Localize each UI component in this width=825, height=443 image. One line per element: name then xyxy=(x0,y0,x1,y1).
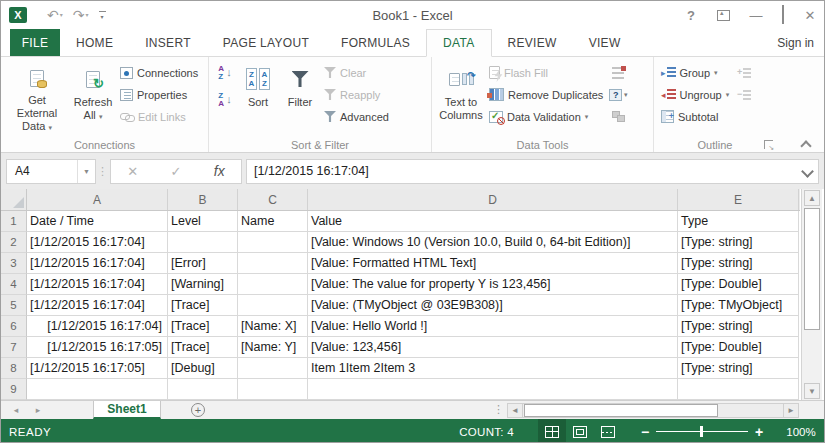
remove-duplicates-button[interactable]: Remove Duplicates xyxy=(486,84,606,105)
sort-descending-button[interactable]: ZA ↓ xyxy=(213,89,237,110)
row-header-1[interactable]: 1 xyxy=(1,211,27,232)
cell-C4[interactable] xyxy=(238,274,308,295)
row-header-8[interactable]: 8 xyxy=(1,358,27,379)
minimize-button[interactable]: — xyxy=(748,8,764,23)
cell-E6[interactable]: [Type: string] xyxy=(678,316,799,337)
show-detail-button[interactable]: + xyxy=(732,62,756,83)
cell-D4[interactable]: [Value: The value for property Y is 123,… xyxy=(308,274,678,295)
subtotal-button[interactable]: Subtotal xyxy=(658,106,732,127)
edit-links-button[interactable]: Edit Links xyxy=(117,106,201,127)
undo-button[interactable]: ↶▾ xyxy=(47,8,63,22)
name-box-dropdown-icon[interactable]: ▼ xyxy=(77,160,95,183)
formula-bar-splitter[interactable]: ⋮ xyxy=(96,165,110,178)
vertical-scrollbar[interactable]: ▲ ▼ xyxy=(801,189,822,400)
cell-D2[interactable]: [Value: Windows 10 (Version 10.0, Build … xyxy=(308,232,678,253)
get-external-data-button[interactable]: Get External Data ▾ xyxy=(5,60,69,136)
zoom-level[interactable]: 100% xyxy=(778,426,824,438)
advanced-filter-button[interactable]: Advanced xyxy=(321,106,392,127)
refresh-all-button[interactable]: ↻ Refresh All ▾ xyxy=(69,60,117,136)
column-header-E[interactable]: E xyxy=(678,189,799,210)
name-box[interactable]: A4 ▼ xyxy=(6,159,96,184)
tab-review[interactable]: REVIEW xyxy=(492,29,573,56)
maximize-button[interactable] xyxy=(782,6,784,24)
cell-D1[interactable]: Value xyxy=(308,211,678,232)
cell-B8[interactable]: [Debug] xyxy=(168,358,238,379)
filter-button[interactable]: Filter xyxy=(279,60,321,136)
column-header-A[interactable]: A xyxy=(27,189,168,210)
cell-D5[interactable]: [Value: (TMyObject @ 03E9B308)] xyxy=(308,295,678,316)
cell-C3[interactable] xyxy=(238,253,308,274)
cell-A4[interactable]: [1/12/2015 16:17:04] xyxy=(27,274,168,295)
page-layout-view-button[interactable] xyxy=(566,419,594,443)
properties-button[interactable]: Properties xyxy=(117,84,201,105)
column-header-B[interactable]: B xyxy=(168,189,238,210)
sheet-tab-sheet1[interactable]: Sheet1 xyxy=(93,401,161,419)
cell-C5[interactable] xyxy=(238,295,308,316)
row-header-3[interactable]: 3 xyxy=(1,253,27,274)
undo-dropdown-icon[interactable]: ▾ xyxy=(60,8,63,22)
text-to-columns-button[interactable]: ↷ Text to Columns xyxy=(436,60,486,136)
tab-formulas[interactable]: FORMULAS xyxy=(325,29,426,56)
sheet-nav-right-icon[interactable]: ▸ xyxy=(23,401,53,419)
tab-strip-splitter[interactable]: ⋮ xyxy=(493,403,504,416)
cell-A3[interactable]: [1/12/2015 16:17:04] xyxy=(27,253,168,274)
collapse-ribbon-button[interactable] xyxy=(802,140,810,148)
tab-file[interactable]: FILE xyxy=(10,29,60,56)
clear-filter-button[interactable]: ✕Clear xyxy=(321,62,392,83)
cell-E2[interactable]: [Type: string] xyxy=(678,232,799,253)
row-header-5[interactable]: 5 xyxy=(1,295,27,316)
outline-dialog-launcher[interactable] xyxy=(764,140,773,149)
hide-detail-button[interactable]: − xyxy=(732,84,756,105)
insert-function-button[interactable]: fx xyxy=(214,163,225,180)
cell-D8[interactable]: Item 1Item 2Item 3 xyxy=(308,358,678,379)
zoom-slider[interactable] xyxy=(656,426,748,437)
help-button[interactable]: ? xyxy=(683,8,699,23)
cell-A5[interactable]: [1/12/2015 16:17:04] xyxy=(27,295,168,316)
cell-B3[interactable]: [Error] xyxy=(168,253,238,274)
cell-A2[interactable]: [1/12/2015 16:17:04] xyxy=(27,232,168,253)
vertical-scrollbar-thumb[interactable] xyxy=(804,208,820,330)
formula-input[interactable]: [1/12/2015 16:17:04] xyxy=(246,159,819,184)
cell-E8[interactable]: [Type: string] xyxy=(678,358,799,379)
what-if-analysis-button[interactable]: ▾ xyxy=(606,84,630,105)
cell-C7[interactable]: [Name: Y] xyxy=(238,337,308,358)
cell-A8[interactable]: [1/12/2015 16:17:05] xyxy=(27,358,168,379)
zoom-slider-handle[interactable] xyxy=(700,426,703,437)
cell-C1[interactable]: Name xyxy=(238,211,308,232)
cell-B6[interactable]: [Trace] xyxy=(168,316,238,337)
redo-dropdown-icon[interactable]: ▾ xyxy=(85,8,88,22)
cell-B9[interactable] xyxy=(168,379,238,400)
cell-B7[interactable]: [Trace] xyxy=(168,337,238,358)
cell-D9[interactable] xyxy=(308,379,678,400)
data-validation-button[interactable]: ✓Data Validation▾ xyxy=(486,106,606,127)
cell-E5[interactable]: [Type: TMyObject] xyxy=(678,295,799,316)
row-header-9[interactable]: 9 xyxy=(1,379,27,400)
row-header-7[interactable]: 7 xyxy=(1,337,27,358)
cell-A7[interactable]: [1/12/2015 16:17:05] xyxy=(27,337,168,358)
cell-E7[interactable]: [Type: Double] xyxy=(678,337,799,358)
tab-page-layout[interactable]: PAGE LAYOUT xyxy=(207,29,325,56)
expand-formula-bar-icon[interactable] xyxy=(803,167,812,176)
cell-E9[interactable] xyxy=(678,379,799,400)
tab-insert[interactable]: INSERT xyxy=(129,29,207,56)
horizontal-scrollbar-thumb[interactable] xyxy=(524,404,718,417)
cell-B1[interactable]: Level xyxy=(168,211,238,232)
flash-fill-button[interactable]: Flash Fill xyxy=(486,62,606,83)
cell-A6[interactable]: [1/12/2015 16:17:04] xyxy=(27,316,168,337)
ribbon-display-options-button[interactable] xyxy=(717,10,730,21)
cell-E4[interactable]: [Type: Double] xyxy=(678,274,799,295)
ungroup-button[interactable]: ◂Ungroup▾ xyxy=(658,84,732,105)
cell-E1[interactable]: Type xyxy=(678,211,799,232)
cell-C9[interactable] xyxy=(238,379,308,400)
scroll-down-icon[interactable]: ▼ xyxy=(804,383,820,399)
cell-A1[interactable]: Date / Time xyxy=(27,211,168,232)
sort-ascending-button[interactable]: AZ ↓ xyxy=(213,62,237,83)
cell-D6[interactable]: [Value: Hello World !] xyxy=(308,316,678,337)
cell-C8[interactable] xyxy=(238,358,308,379)
page-break-view-button[interactable] xyxy=(594,419,622,443)
normal-view-button[interactable] xyxy=(538,419,566,443)
redo-button[interactable]: ↷▾ xyxy=(73,8,89,22)
cell-D7[interactable]: [Value: 123,456] xyxy=(308,337,678,358)
cancel-button[interactable]: ✕ xyxy=(127,164,138,179)
new-sheet-button[interactable]: + xyxy=(191,403,205,417)
